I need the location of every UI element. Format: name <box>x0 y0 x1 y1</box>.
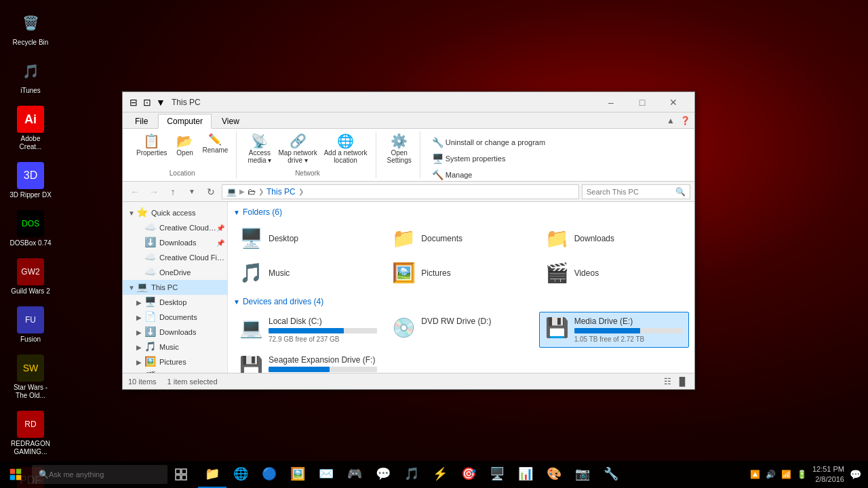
sidebar-item-desktop[interactable]: ▶ 🖥️ Desktop <box>123 295 227 310</box>
downloads-icon: ⬇️ <box>144 237 157 249</box>
taskbar-search-input[interactable] <box>49 470 157 479</box>
drive-c-icon: 💻 <box>239 317 263 339</box>
drive-media-e[interactable]: 💾 Media Drive (E:) 1.05 TB free of 2.72 … <box>539 312 689 348</box>
desktop-icon-itunes[interactable]: 🎵 iTunes <box>7 55 54 98</box>
desktop-icon-3dripper[interactable]: 3D 3D Ripper DX <box>7 159 54 202</box>
drive-d-icon: 💿 <box>392 317 416 339</box>
manage-button[interactable]: 🔨 Manage <box>429 168 549 182</box>
ribbon-help-btn[interactable]: ❓ <box>680 116 691 127</box>
taskbar-search-box[interactable]: 🔍 <box>32 465 167 484</box>
sidebar-item-onedrive[interactable]: ☁️ OneDrive <box>123 265 227 280</box>
taskbar-app-6[interactable]: 🖥️ <box>483 461 511 488</box>
tray-icon-3[interactable]: 📶 <box>781 470 791 479</box>
drives-section-header[interactable]: ▼ Devices and drives (4) <box>233 297 689 306</box>
refresh-button[interactable]: ↻ <box>203 184 219 200</box>
tray-clock[interactable]: 12:51 PM 2/8/2016 <box>812 464 844 485</box>
sidebar-item-this-pc[interactable]: ▼ 💻 This PC <box>123 280 227 295</box>
toolbar-icon-1[interactable]: ⊟ <box>128 97 139 108</box>
taskbar-app-edge[interactable]: 🌐 <box>226 461 255 488</box>
search-box[interactable]: 🔍 <box>582 184 690 199</box>
desktop-icon-guild-wars[interactable]: GW2 Guild Wars 2 <box>7 256 54 298</box>
desktop-icon-fusion[interactable]: FU Fusion <box>7 304 54 346</box>
sidebar-item-documents[interactable]: ▶ 📄 Documents <box>123 310 227 325</box>
open-settings-button[interactable]: ⚙️ OpenSettings <box>384 133 414 165</box>
sidebar-documents-label: Documents <box>159 313 197 321</box>
sidebar-item-downloads2[interactable]: ▶ ⬇️ Downloads <box>123 325 227 340</box>
sidebar-item-quick-access[interactable]: ▼ ⭐ Quick access <box>123 205 227 220</box>
expand-arrow-dl2: ▶ <box>136 329 144 336</box>
open-button[interactable]: 📂 Open <box>172 133 199 158</box>
taskbar-apps: 📁 🌐 🔵 🖼️ ✉️ 🎮 💬 🎵 ⚡ 🎯 🖥️ 📊 🎨 📷 🔧 <box>198 461 625 488</box>
map-network-button[interactable]: 🔗 Map networkdrive ▾ <box>275 133 319 165</box>
folder-videos[interactable]: 🎬 Videos <box>539 257 689 289</box>
desktop-icon-redragon[interactable]: RD REDRAGON GAMING... <box>7 408 54 459</box>
view-details-button[interactable]: ☷ <box>660 375 674 388</box>
add-network-button[interactable]: 🌐 Add a networklocation <box>321 133 370 165</box>
back-button[interactable]: ← <box>127 184 143 200</box>
folder-music[interactable]: 🎵 Music <box>233 257 383 289</box>
maximize-button[interactable]: □ <box>627 92 658 113</box>
toolbar-icon-2[interactable]: ⊡ <box>142 97 153 108</box>
task-view-button[interactable] <box>167 461 195 488</box>
taskbar-app-explorer[interactable]: 📁 <box>198 461 226 488</box>
sidebar-item-downloads[interactable]: ⬇️ Downloads 📌 <box>123 235 227 250</box>
tray-icon-4[interactable]: 🔋 <box>797 470 807 479</box>
sidebar-item-music[interactable]: ▶ 🎵 Music <box>123 340 227 354</box>
taskbar-app-4[interactable]: ⚡ <box>426 461 454 488</box>
properties-button[interactable]: 📋 Properties <box>134 133 170 158</box>
view-large-button[interactable]: █ <box>675 375 689 388</box>
desktop-icon-star-wars[interactable]: SW Star Wars - The Old... <box>7 352 54 403</box>
this-pc-label: This PC <box>151 283 178 291</box>
minimize-button[interactable]: – <box>595 92 627 113</box>
tab-view[interactable]: View <box>213 114 248 128</box>
taskbar-app-10[interactable]: 🔧 <box>597 461 625 488</box>
folder-desktop[interactable]: 🖥️ Desktop <box>233 222 383 254</box>
redragon-label: REDRAGON GAMING... <box>9 440 52 456</box>
taskbar-app-3[interactable]: 🎵 <box>397 461 426 488</box>
taskbar-app-chrome[interactable]: 🔵 <box>255 461 283 488</box>
drive-local-disk-c[interactable]: 💻 Local Disk (C:) 72.9 GB free of 237 GB <box>233 312 383 348</box>
tab-file[interactable]: File <box>126 114 157 128</box>
drive-e-details: 1.05 TB free of 2.72 TB <box>574 336 683 343</box>
start-button[interactable] <box>0 461 31 488</box>
folder-downloads[interactable]: 📁⬇ Downloads <box>539 222 689 254</box>
taskbar-app-photos[interactable]: 🖼️ <box>283 461 312 488</box>
ribbon-collapse-btn[interactable]: ▲ <box>667 116 677 127</box>
drive-dvd-d[interactable]: 💿 DVD RW Drive (D:) <box>386 312 536 348</box>
sidebar-item-pictures[interactable]: ▶ 🖼️ Pictures <box>123 354 227 369</box>
taskbar-app-7[interactable]: 📊 <box>511 461 540 488</box>
search-input[interactable] <box>587 188 673 196</box>
manage-label: Manage <box>446 171 473 179</box>
rename-button[interactable]: ✏️ Rename <box>200 133 231 155</box>
toolbar-icon-3[interactable]: ▼ <box>155 97 166 108</box>
folder-pictures[interactable]: 🖼️ Pictures <box>386 257 536 289</box>
action-center-icon[interactable]: 💬 <box>850 469 861 480</box>
recycle-bin-icon: 🗑️ <box>17 9 44 37</box>
system-properties-button[interactable]: 🖥️ System properties <box>429 152 549 165</box>
crumb-thispc[interactable]: This PC <box>267 187 296 197</box>
taskbar-app-2[interactable]: 💬 <box>369 461 397 488</box>
recent-button[interactable]: ▼ <box>184 184 200 200</box>
uninstall-button[interactable]: 🔧 Uninstall or change a program <box>429 136 549 149</box>
tab-computer[interactable]: Computer <box>158 114 212 129</box>
address-path[interactable]: 💻 ▶ 🗁 ❯ This PC ❯ <box>222 184 579 199</box>
taskbar-app-mail[interactable]: ✉️ <box>312 461 340 488</box>
taskbar-app-5[interactable]: 🎯 <box>454 461 483 488</box>
forward-button[interactable]: → <box>146 184 162 200</box>
close-button[interactable]: ✕ <box>658 92 689 113</box>
desktop-icon-adobe[interactable]: Ai Adobe Creat... <box>7 103 54 154</box>
taskbar-app-9[interactable]: 📷 <box>568 461 597 488</box>
taskbar-app-8[interactable]: 🎨 <box>540 461 568 488</box>
folder-documents[interactable]: 📁 Documents <box>386 222 536 254</box>
taskbar-app-1[interactable]: 🎮 <box>340 461 369 488</box>
sidebar-item-creative-cloud2[interactable]: ☁️ Creative Cloud Files <box>123 250 227 265</box>
tray-icon-1[interactable]: 🔼 <box>750 470 760 479</box>
tray-icon-2[interactable]: 🔊 <box>766 470 776 479</box>
access-media-button[interactable]: 📡 Accessmedia ▾ <box>245 133 274 165</box>
up-button[interactable]: ↑ <box>165 184 181 200</box>
drive-seagate-f[interactable]: 💾 Seagate Expansion Drive (F:) 1.20 TB f… <box>233 350 383 373</box>
desktop-icon-dosbox[interactable]: DOS DOSBox 0.74 <box>7 207 54 250</box>
sidebar-item-creative-cloud[interactable]: ☁️ Creative Cloud Files 📌 <box>123 220 227 235</box>
folders-section-header[interactable]: ▼ Folders (6) <box>233 207 689 217</box>
desktop-icon-recycle-bin[interactable]: 🗑️ Recycle Bin <box>7 7 54 49</box>
